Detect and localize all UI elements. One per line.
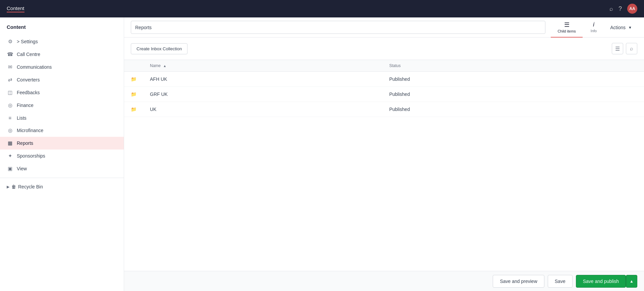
- search-button[interactable]: ⌕: [626, 43, 637, 54]
- sidebar-item-view[interactable]: ▣ View: [0, 162, 124, 175]
- info-tab-icon: i: [593, 21, 594, 28]
- table-row[interactable]: 📁 GRF UK Published: [124, 87, 644, 102]
- row-status-cell: Published: [382, 72, 644, 87]
- search-icon[interactable]: ⌕: [609, 5, 613, 12]
- top-nav-icons: ⌕ ? AA: [609, 4, 637, 14]
- converters-icon: ⇄: [7, 77, 13, 83]
- avatar[interactable]: AA: [627, 4, 637, 14]
- main-layout: Content ⚙ > Settings ☎ Call Centre ✉ Com…: [0, 17, 644, 291]
- recycle-bin-item[interactable]: ▶ 🗑 Recycle Bin: [0, 181, 124, 193]
- th-checkbox: [124, 60, 143, 72]
- communications-icon: ✉: [7, 64, 13, 70]
- sidebar-item-label: Reports: [17, 140, 33, 146]
- sidebar-item-reports[interactable]: ▦ Reports: [0, 137, 124, 150]
- sidebar-item-feedbacks[interactable]: ◫ Feedbacks: [0, 86, 124, 99]
- tab-child-items[interactable]: ☰ Child items: [551, 17, 582, 38]
- table-header-row: Name ▲ Status: [124, 60, 644, 72]
- microfinance-icon: ◎: [7, 127, 13, 133]
- call-centre-icon: ☎: [7, 51, 13, 57]
- folder-icon: 📁: [131, 92, 137, 97]
- sidebar: Content ⚙ > Settings ☎ Call Centre ✉ Com…: [0, 17, 124, 291]
- recycle-bin-icon: 🗑: [11, 184, 16, 189]
- lists-icon: ≡: [7, 115, 13, 121]
- content-toolbar: Create Inbox Collection ☰ ⌕: [124, 38, 644, 60]
- toolbar-right: ☰ ⌕: [612, 43, 637, 54]
- folder-icon: 📁: [131, 107, 137, 112]
- save-publish-arrow-button[interactable]: ▲: [626, 275, 637, 288]
- sponsorships-icon: ✦: [7, 153, 13, 159]
- sidebar-item-label: Finance: [17, 103, 34, 108]
- sidebar-item-microfinance[interactable]: ◎ Microfinance: [0, 124, 124, 137]
- sidebar-item-label: Communications: [17, 64, 52, 70]
- actions-dropdown[interactable]: Actions ▼: [605, 17, 637, 38]
- sidebar-bottom: ▶ 🗑 Recycle Bin: [0, 178, 124, 193]
- sidebar-item-label: Sponsorships: [17, 153, 45, 159]
- settings-icon: ⚙: [7, 39, 13, 45]
- sidebar-item-label: Lists: [17, 115, 26, 121]
- sidebar-item-call-centre[interactable]: ☎ Call Centre: [0, 48, 124, 61]
- child-items-tab-label: Child items: [557, 29, 576, 33]
- sidebar-item-settings[interactable]: ⚙ > Settings: [0, 35, 124, 48]
- finance-icon: ◎: [7, 102, 13, 108]
- sidebar-item-label: Feedbacks: [17, 90, 40, 95]
- th-name[interactable]: Name ▲: [143, 60, 382, 72]
- tabs-header: ☰ Child items i Info Actions ▼: [124, 17, 644, 38]
- actions-chevron-icon: ▼: [628, 25, 632, 30]
- reports-icon: ▦: [7, 140, 13, 146]
- row-icon-cell: 📁: [124, 87, 143, 102]
- th-status-label: Status: [389, 63, 400, 68]
- tabs-right: ☰ Child items i Info Actions ▼: [551, 17, 637, 37]
- items-table: Name ▲ Status 📁 AFH UK Publi: [124, 60, 644, 117]
- row-icon-cell: 📁: [124, 102, 143, 117]
- sidebar-item-lists[interactable]: ≡ Lists: [0, 112, 124, 124]
- save-preview-button[interactable]: Save and preview: [493, 275, 544, 288]
- tab-info[interactable]: i Info: [584, 17, 603, 38]
- content-panel: Create Inbox Collection ☰ ⌕ Name: [124, 38, 644, 271]
- view-icon: ▣: [7, 166, 13, 172]
- child-items-tab-icon: ☰: [564, 21, 570, 28]
- create-inbox-collection-button[interactable]: Create Inbox Collection: [131, 43, 187, 54]
- sort-icon: ▲: [163, 64, 166, 68]
- table-row[interactable]: 📁 UK Published: [124, 102, 644, 117]
- th-status[interactable]: Status: [382, 60, 644, 72]
- app-title: Content: [7, 5, 24, 12]
- table-row[interactable]: 📁 AFH UK Published: [124, 72, 644, 87]
- sidebar-item-label: Converters: [17, 77, 40, 82]
- search-icon: ⌕: [630, 46, 633, 52]
- row-name-cell: UK: [143, 102, 382, 117]
- feedbacks-icon: ◫: [7, 90, 13, 96]
- sidebar-item-label: View: [17, 166, 27, 171]
- row-status-cell: Published: [382, 102, 644, 117]
- top-navigation: Content ⌕ ? AA: [0, 0, 644, 17]
- folder-icon: 📁: [131, 76, 137, 82]
- row-name-cell: AFH UK: [143, 72, 382, 87]
- sidebar-item-finance[interactable]: ◎ Finance: [0, 99, 124, 112]
- save-publish-button[interactable]: Save and publish: [576, 275, 626, 288]
- recycle-bin-label: Recycle Bin: [18, 184, 43, 189]
- th-name-label: Name: [150, 63, 161, 68]
- row-status-cell: Published: [382, 87, 644, 102]
- sidebar-item-label: Call Centre: [17, 52, 40, 57]
- sidebar-item-communications[interactable]: ✉ Communications: [0, 61, 124, 73]
- help-icon[interactable]: ?: [619, 5, 622, 12]
- breadcrumb-input[interactable]: [131, 21, 545, 34]
- sidebar-item-converters[interactable]: ⇄ Converters: [0, 73, 124, 86]
- list-view-button[interactable]: ☰: [612, 43, 623, 54]
- sidebar-item-label: Microfinance: [17, 128, 43, 133]
- save-button[interactable]: Save: [548, 275, 573, 288]
- sidebar-item-label: > Settings: [17, 39, 38, 44]
- expand-arrow-icon: ▶: [7, 185, 9, 189]
- list-view-icon: ☰: [615, 46, 620, 52]
- sidebar-header: Content: [0, 21, 124, 35]
- actions-label: Actions: [610, 25, 626, 30]
- sidebar-item-sponsorships[interactable]: ✦ Sponsorships: [0, 150, 124, 162]
- footer: Save and preview Save Save and publish ▲: [124, 271, 644, 291]
- content-area: ☰ Child items i Info Actions ▼ Create In…: [124, 17, 644, 291]
- save-publish-group: Save and publish ▲: [576, 275, 637, 288]
- info-tab-label: Info: [591, 29, 597, 33]
- row-icon-cell: 📁: [124, 72, 143, 87]
- row-name-cell: GRF UK: [143, 87, 382, 102]
